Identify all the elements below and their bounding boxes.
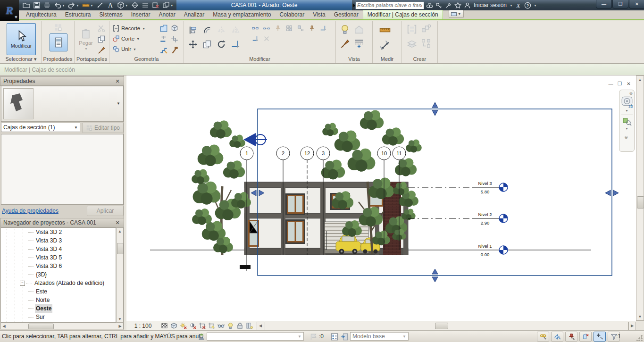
print-icon[interactable] xyxy=(42,1,52,9)
copy-icon[interactable] xyxy=(200,37,214,51)
grid-bubbles[interactable]: 1 2 12 3 10 11 xyxy=(240,147,406,160)
panel-label[interactable]: Seleccionar ▾ xyxy=(1,56,41,63)
resize-grip[interactable] xyxy=(636,334,643,341)
copy-clipboard-icon[interactable] xyxy=(97,35,106,43)
save-icon[interactable] xyxy=(32,1,42,9)
cope-button[interactable]: Recorte▼ xyxy=(112,23,145,33)
cope-icon[interactable] xyxy=(159,24,168,33)
subscription-center-icon[interactable] xyxy=(435,2,443,9)
scroll-up-icon[interactable]: ▲ xyxy=(636,76,644,83)
editing-requests-icon[interactable] xyxy=(309,333,318,341)
properties-button[interactable] xyxy=(50,33,67,51)
canvas-horizontal-scrollbar[interactable] xyxy=(265,322,628,330)
close-button[interactable]: ✕ xyxy=(629,0,644,8)
select-pinned-icon[interactable] xyxy=(565,332,577,342)
reveal-constraints-icon[interactable] xyxy=(235,322,244,330)
create-similar-icon[interactable] xyxy=(421,38,431,49)
signin-button[interactable]: Iniciar sesión xyxy=(474,2,507,8)
select-excluded-icon[interactable] xyxy=(579,332,592,342)
split-with-gap-icon[interactable] xyxy=(263,25,273,33)
window[interactable] xyxy=(285,193,305,215)
tree-item[interactable]: Vista 3D 4 xyxy=(1,245,116,253)
offset-icon[interactable] xyxy=(200,23,214,37)
measure-tool-icon[interactable] xyxy=(379,24,391,35)
spot-marker[interactable] xyxy=(240,265,251,269)
cut-solid-icon[interactable] xyxy=(170,24,179,33)
ribbon-tab[interactable]: Arquitectura xyxy=(22,10,61,19)
panel-label[interactable]: Medir xyxy=(373,56,401,63)
drag-on-selection-icon[interactable] xyxy=(594,332,606,342)
wall-joins-icon[interactable] xyxy=(170,35,179,43)
browser-horizontal-scrollbar[interactable]: ◀ ▶ xyxy=(0,323,124,329)
signin-person-icon[interactable] xyxy=(463,2,471,9)
measure-icon[interactable]: ▼ xyxy=(81,1,94,9)
steering-wheel-2d-icon[interactable] xyxy=(621,96,633,108)
level-symbol[interactable] xyxy=(499,183,508,192)
ribbon-tab[interactable]: Sistemas xyxy=(95,10,126,19)
view-close-icon[interactable]: ✕ xyxy=(626,81,632,87)
delete-icon[interactable] xyxy=(263,35,273,44)
worksets-dropdown[interactable]: ▼ xyxy=(207,332,304,341)
view-restore-icon[interactable]: ❐ xyxy=(617,81,623,87)
family-types-icon[interactable] xyxy=(54,23,62,32)
ribbon-tab[interactable]: Analizar xyxy=(180,10,209,19)
redo-icon[interactable]: ▼ xyxy=(67,1,80,9)
help-icon[interactable] xyxy=(524,2,532,9)
search-input[interactable] xyxy=(355,1,424,9)
properties-palette-header[interactable]: Propiedades✕ xyxy=(0,76,124,86)
create-assembly-icon[interactable] xyxy=(421,24,431,34)
scroll-down-icon[interactable]: ▼ xyxy=(117,316,123,322)
panel-label[interactable]: Propiedades xyxy=(42,56,74,63)
ribbon-tab[interactable]: Masa y emplazamiento xyxy=(209,10,275,19)
worksharing-display-icon[interactable] xyxy=(244,322,254,330)
pin-icon[interactable] xyxy=(275,25,284,33)
close-icon[interactable]: ✕ xyxy=(114,78,121,84)
levels[interactable]: Nivel 35.80 Nivel 22.90 Nivel 10.00 xyxy=(408,181,508,257)
project-browser-header[interactable]: Navegador de proyectos - CASA 001✕ xyxy=(0,218,124,227)
canvas-vertical-scrollbar[interactable]: ▲ ▼ xyxy=(636,75,644,321)
revit-application-menu[interactable]: R▼ xyxy=(0,0,19,21)
match-properties-icon[interactable] xyxy=(97,46,106,54)
trim-extend-icon[interactable] xyxy=(228,37,243,51)
ribbon-tab[interactable]: Gestionar xyxy=(330,10,363,19)
elevation-view[interactable]: 1 2 12 3 10 11 Nivel 35.80 Nivel 22.90 N… xyxy=(126,75,636,321)
view-minimize-icon[interactable]: — xyxy=(608,81,614,87)
trim-corner-icon[interactable] xyxy=(320,25,329,33)
design-options-icon[interactable] xyxy=(330,333,339,341)
temporary-hide-isolate-icon[interactable] xyxy=(216,322,226,330)
split-element-icon[interactable] xyxy=(252,25,261,33)
tree-item[interactable]: Vista 3D 3 xyxy=(1,236,116,245)
dropdown-caret-icon[interactable]: ▼ xyxy=(534,4,537,7)
close-hidden-windows-icon[interactable] xyxy=(151,1,160,9)
ribbon-display-toggle[interactable]: ▼ xyxy=(449,10,464,18)
beam-wall-icon[interactable] xyxy=(159,35,168,43)
tree-item[interactable]: Sur xyxy=(1,313,116,321)
detail-level-icon[interactable] xyxy=(159,322,169,330)
crop-view-icon[interactable] xyxy=(197,322,207,330)
element-filter-dropdown[interactable]: Cajas de sección (1)▼ xyxy=(1,123,80,132)
visual-style-icon[interactable] xyxy=(169,322,178,330)
favorites-icon[interactable] xyxy=(454,2,462,9)
scroll-right-icon[interactable]: ▶ xyxy=(628,322,636,330)
align-icon[interactable] xyxy=(186,23,200,37)
panel-label[interactable]: Modificar xyxy=(184,56,335,63)
restore-button[interactable]: ❐ xyxy=(612,0,628,8)
undo-icon[interactable]: ▼ xyxy=(53,1,66,9)
panel-label[interactable]: Portapapeles xyxy=(75,56,109,63)
default-3d-view-icon[interactable]: ▼ xyxy=(116,1,129,9)
drawing-area[interactable]: 1 2 12 3 10 11 Nivel 35.80 Nivel 22.90 N… xyxy=(126,75,636,321)
array-icon[interactable] xyxy=(286,25,295,33)
show-crop-region-icon[interactable] xyxy=(207,322,216,330)
modify-button[interactable]: Modificar xyxy=(7,23,36,55)
edit-type-button[interactable]: Editar tipo xyxy=(82,123,124,133)
active-only-icon[interactable] xyxy=(340,333,349,341)
properties-grid[interactable] xyxy=(1,134,124,205)
select-underlay-icon[interactable] xyxy=(551,332,563,342)
design-option-dropdown[interactable]: Modelo base▼ xyxy=(350,332,409,341)
worksets-icon[interactable] xyxy=(197,333,206,341)
tree-item[interactable]: {3D} xyxy=(1,270,116,279)
rotate-icon[interactable] xyxy=(214,37,228,51)
minimize-button[interactable]: — xyxy=(596,0,612,8)
text-icon[interactable] xyxy=(106,1,115,9)
paste-button[interactable]: Pegar▼ xyxy=(76,23,95,55)
